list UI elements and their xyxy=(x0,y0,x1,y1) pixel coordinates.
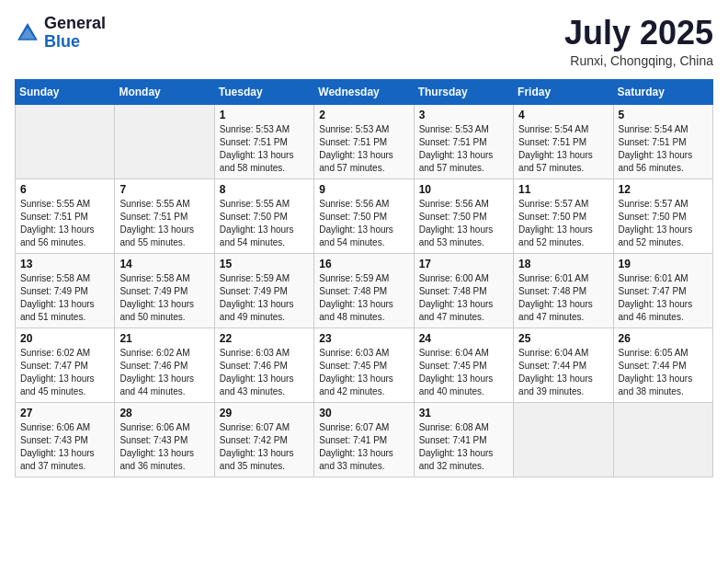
day-number: 30 xyxy=(319,407,408,419)
logo: General Blue xyxy=(15,15,106,52)
day-info: Sunrise: 5:57 AMSunset: 7:50 PMDaylight:… xyxy=(518,198,608,249)
day-number: 26 xyxy=(619,332,708,345)
calendar-cell: 2Sunrise: 5:53 AMSunset: 7:51 PMDaylight… xyxy=(314,104,414,178)
calendar-cell: 21Sunrise: 6:02 AMSunset: 7:46 PMDayligh… xyxy=(115,327,214,402)
day-number: 9 xyxy=(319,183,408,196)
calendar-week-row: 27Sunrise: 6:06 AMSunset: 7:43 PMDayligh… xyxy=(16,402,713,477)
calendar-cell xyxy=(16,104,115,178)
calendar-cell: 25Sunrise: 6:04 AMSunset: 7:44 PMDayligh… xyxy=(514,327,613,402)
day-info: Sunrise: 5:54 AMSunset: 7:51 PMDaylight:… xyxy=(518,123,608,175)
logo-text: General Blue xyxy=(44,15,106,52)
day-info: Sunrise: 6:06 AMSunset: 7:43 PMDaylight:… xyxy=(119,421,209,473)
day-info: Sunrise: 5:56 AMSunset: 7:50 PMDaylight:… xyxy=(319,198,408,249)
weekday-header: Thursday xyxy=(414,79,513,104)
day-number: 14 xyxy=(119,258,209,270)
calendar-cell: 19Sunrise: 6:01 AMSunset: 7:47 PMDayligh… xyxy=(613,253,712,327)
day-info: Sunrise: 6:01 AMSunset: 7:48 PMDaylight:… xyxy=(518,272,608,324)
calendar-cell xyxy=(115,104,214,178)
calendar-cell: 18Sunrise: 6:01 AMSunset: 7:48 PMDayligh… xyxy=(514,253,613,327)
calendar-cell: 15Sunrise: 5:59 AMSunset: 7:49 PMDayligh… xyxy=(214,253,313,327)
calendar-cell: 14Sunrise: 5:58 AMSunset: 7:49 PMDayligh… xyxy=(115,253,214,327)
page-header: General Blue July 2025 Runxi, Chongqing,… xyxy=(15,15,713,68)
day-info: Sunrise: 6:05 AMSunset: 7:44 PMDaylight:… xyxy=(619,347,708,398)
day-number: 16 xyxy=(319,258,408,270)
calendar-cell: 20Sunrise: 6:02 AMSunset: 7:47 PMDayligh… xyxy=(16,327,115,402)
day-number: 22 xyxy=(220,332,309,345)
day-info: Sunrise: 5:55 AMSunset: 7:51 PMDaylight:… xyxy=(20,198,109,249)
calendar-cell: 23Sunrise: 6:03 AMSunset: 7:45 PMDayligh… xyxy=(314,327,414,402)
calendar-cell: 9Sunrise: 5:56 AMSunset: 7:50 PMDaylight… xyxy=(314,178,414,253)
calendar-table: SundayMondayTuesdayWednesdayThursdayFrid… xyxy=(15,79,713,477)
day-info: Sunrise: 6:03 AMSunset: 7:45 PMDaylight:… xyxy=(319,347,408,398)
day-number: 1 xyxy=(220,109,309,121)
calendar-cell: 8Sunrise: 5:55 AMSunset: 7:50 PMDaylight… xyxy=(214,178,313,253)
weekday-header: Wednesday xyxy=(314,79,414,104)
day-info: Sunrise: 6:00 AMSunset: 7:48 PMDaylight:… xyxy=(419,272,508,324)
day-number: 24 xyxy=(419,332,508,345)
day-number: 23 xyxy=(319,332,408,345)
weekday-header-row: SundayMondayTuesdayWednesdayThursdayFrid… xyxy=(16,79,713,104)
day-number: 11 xyxy=(518,183,608,196)
calendar-week-row: 20Sunrise: 6:02 AMSunset: 7:47 PMDayligh… xyxy=(16,327,713,402)
day-number: 4 xyxy=(518,109,608,121)
day-info: Sunrise: 6:01 AMSunset: 7:47 PMDaylight:… xyxy=(619,272,708,324)
calendar-cell: 10Sunrise: 5:56 AMSunset: 7:50 PMDayligh… xyxy=(414,178,513,253)
day-number: 18 xyxy=(518,258,608,270)
day-info: Sunrise: 5:57 AMSunset: 7:50 PMDaylight:… xyxy=(619,198,708,249)
calendar-cell: 26Sunrise: 6:05 AMSunset: 7:44 PMDayligh… xyxy=(613,327,712,402)
calendar-cell: 31Sunrise: 6:08 AMSunset: 7:41 PMDayligh… xyxy=(414,402,513,477)
logo-blue: Blue xyxy=(44,32,80,51)
weekday-header: Sunday xyxy=(16,79,115,104)
day-info: Sunrise: 5:56 AMSunset: 7:50 PMDaylight:… xyxy=(419,198,508,249)
day-info: Sunrise: 6:04 AMSunset: 7:44 PMDaylight:… xyxy=(518,347,608,398)
weekday-header: Tuesday xyxy=(214,79,313,104)
day-number: 31 xyxy=(419,407,508,419)
calendar-cell: 29Sunrise: 6:07 AMSunset: 7:42 PMDayligh… xyxy=(214,402,313,477)
day-info: Sunrise: 6:07 AMSunset: 7:42 PMDaylight:… xyxy=(220,421,309,473)
day-info: Sunrise: 5:58 AMSunset: 7:49 PMDaylight:… xyxy=(20,272,109,324)
day-number: 10 xyxy=(419,183,508,196)
calendar-cell: 5Sunrise: 5:54 AMSunset: 7:51 PMDaylight… xyxy=(613,104,712,178)
calendar-cell: 1Sunrise: 5:53 AMSunset: 7:51 PMDaylight… xyxy=(214,104,313,178)
day-info: Sunrise: 5:59 AMSunset: 7:49 PMDaylight:… xyxy=(220,272,309,324)
day-number: 19 xyxy=(619,258,708,270)
weekday-header: Monday xyxy=(115,79,214,104)
day-info: Sunrise: 5:58 AMSunset: 7:49 PMDaylight:… xyxy=(119,272,209,324)
title-block: July 2025 Runxi, Chongqing, China xyxy=(564,15,713,68)
day-number: 25 xyxy=(518,332,608,345)
day-number: 15 xyxy=(220,258,309,270)
day-info: Sunrise: 5:55 AMSunset: 7:51 PMDaylight:… xyxy=(119,198,209,249)
day-info: Sunrise: 6:02 AMSunset: 7:47 PMDaylight:… xyxy=(20,347,109,398)
calendar-cell: 7Sunrise: 5:55 AMSunset: 7:51 PMDaylight… xyxy=(115,178,214,253)
location: Runxi, Chongqing, China xyxy=(564,53,713,68)
logo-icon xyxy=(15,20,40,46)
day-number: 27 xyxy=(20,407,109,419)
day-number: 8 xyxy=(220,183,309,196)
calendar-cell: 27Sunrise: 6:06 AMSunset: 7:43 PMDayligh… xyxy=(16,402,115,477)
day-info: Sunrise: 6:06 AMSunset: 7:43 PMDaylight:… xyxy=(20,421,109,473)
weekday-header: Friday xyxy=(514,79,613,104)
day-number: 13 xyxy=(20,258,109,270)
calendar-week-row: 13Sunrise: 5:58 AMSunset: 7:49 PMDayligh… xyxy=(16,253,713,327)
day-number: 5 xyxy=(619,109,708,121)
calendar-cell: 17Sunrise: 6:00 AMSunset: 7:48 PMDayligh… xyxy=(414,253,513,327)
calendar-cell: 11Sunrise: 5:57 AMSunset: 7:50 PMDayligh… xyxy=(514,178,613,253)
calendar-cell: 24Sunrise: 6:04 AMSunset: 7:45 PMDayligh… xyxy=(414,327,513,402)
calendar-cell xyxy=(613,402,712,477)
month-title: July 2025 xyxy=(564,15,713,52)
day-info: Sunrise: 6:03 AMSunset: 7:46 PMDaylight:… xyxy=(220,347,309,398)
day-info: Sunrise: 5:55 AMSunset: 7:50 PMDaylight:… xyxy=(220,198,309,249)
calendar-cell: 28Sunrise: 6:06 AMSunset: 7:43 PMDayligh… xyxy=(115,402,214,477)
calendar-cell xyxy=(514,402,613,477)
logo-general: General xyxy=(44,14,106,32)
calendar-week-row: 1Sunrise: 5:53 AMSunset: 7:51 PMDaylight… xyxy=(16,104,713,178)
day-info: Sunrise: 5:54 AMSunset: 7:51 PMDaylight:… xyxy=(619,123,708,175)
day-number: 2 xyxy=(319,109,408,121)
day-number: 28 xyxy=(119,407,209,419)
calendar-cell: 22Sunrise: 6:03 AMSunset: 7:46 PMDayligh… xyxy=(214,327,313,402)
day-info: Sunrise: 6:08 AMSunset: 7:41 PMDaylight:… xyxy=(419,421,508,473)
calendar-cell: 12Sunrise: 5:57 AMSunset: 7:50 PMDayligh… xyxy=(613,178,712,253)
day-number: 21 xyxy=(119,332,209,345)
day-info: Sunrise: 5:59 AMSunset: 7:48 PMDaylight:… xyxy=(319,272,408,324)
calendar-cell: 30Sunrise: 6:07 AMSunset: 7:41 PMDayligh… xyxy=(314,402,414,477)
